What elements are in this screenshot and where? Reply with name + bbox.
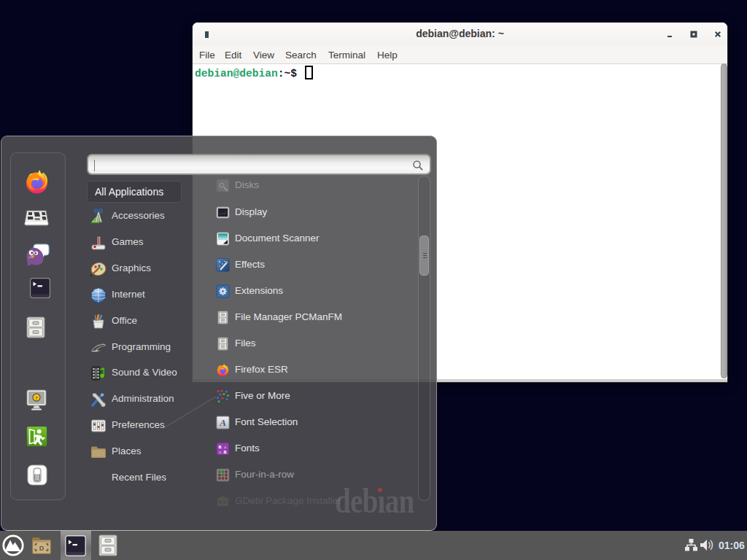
svg-text:A: A xyxy=(219,417,226,428)
svg-text:D: D xyxy=(39,545,44,552)
svg-text:?: ? xyxy=(35,395,38,401)
svg-text:a: a xyxy=(219,444,222,449)
svg-text:a: a xyxy=(224,449,227,454)
